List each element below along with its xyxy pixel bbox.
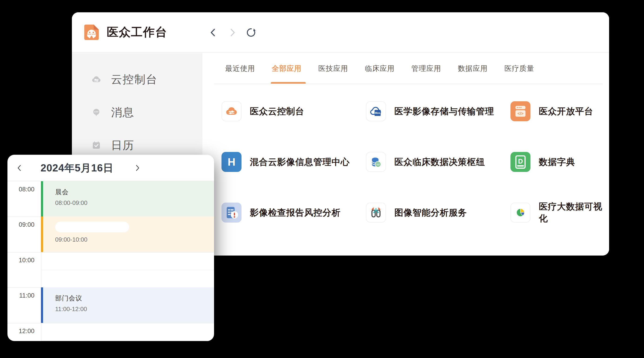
sidebar-item-cloud-console[interactable]: 云控制台 xyxy=(72,68,202,91)
calendar-icon xyxy=(90,140,102,151)
hour-gridline xyxy=(8,323,214,323)
sidebar-item-label: 云控制台 xyxy=(111,72,158,87)
app-logo-icon xyxy=(82,23,101,42)
event-morning-meeting[interactable]: 晨会 08:00-09:00 xyxy=(41,181,214,216)
tab-medical-quality[interactable]: 医疗质量 xyxy=(504,53,534,84)
svg-text:Mos: Mos xyxy=(375,112,380,114)
tab-management-apps[interactable]: 管理应用 xyxy=(411,53,441,84)
event-time: 09:00-10:00 xyxy=(55,236,214,243)
cloud-console-icon xyxy=(90,74,102,85)
database-plus-icon xyxy=(368,155,384,169)
tab-clinical-apps[interactable]: 临床应用 xyxy=(365,53,394,84)
app-tile xyxy=(366,202,386,222)
desktop-background: 医众工作台 xyxy=(0,0,644,358)
time-label: 12:00 xyxy=(8,328,34,335)
calendar-header: 2024年5月16日 xyxy=(8,155,214,181)
app-data-dictionary[interactable]: D 数据字典 xyxy=(510,152,609,172)
sidebar-item-label: 消息 xyxy=(111,105,134,120)
app-report-risk-analysis[interactable]: 影像检查报告风控分析 xyxy=(222,202,366,222)
half-hour-gridline xyxy=(42,270,214,270)
nav-refresh-button[interactable] xyxy=(246,27,256,38)
calendar-date-title: 2024年5月16日 xyxy=(34,155,120,181)
app-tile xyxy=(222,101,242,121)
nav-forward-button[interactable] xyxy=(226,27,238,38)
chevron-left-icon xyxy=(15,164,24,172)
calendar-panel: 2024年5月16日 08:00 09:00 10:00 11:00 12:00… xyxy=(8,155,214,341)
nav-controls xyxy=(208,12,256,52)
event-time: 08:00-09:00 xyxy=(55,199,214,206)
svg-text:D: D xyxy=(518,158,523,165)
app-title: 医众工作台 xyxy=(107,24,167,40)
chevron-right-icon xyxy=(133,164,142,172)
sidebar-item-label: 日历 xyxy=(111,138,134,153)
half-hour-gridline xyxy=(42,341,214,341)
dictionary-book-icon: D xyxy=(510,152,530,172)
hour-gridline xyxy=(8,252,214,253)
window-titlebar: 医众工作台 xyxy=(72,12,609,52)
chevron-left-icon xyxy=(208,27,219,38)
app-image-ai-analysis[interactable]: 图像智能分析服务 xyxy=(366,202,510,222)
lungs-icon xyxy=(368,205,384,220)
event-time: 11:00-12:00 xyxy=(55,306,214,313)
report-alert-icon xyxy=(222,202,242,222)
sidebar-item-calendar[interactable]: 日历 xyxy=(72,134,202,157)
time-label: 09:00 xyxy=(8,221,34,228)
redacted-event-title xyxy=(55,222,129,232)
app-cloud-console[interactable]: 医众云控制台 xyxy=(222,101,366,121)
calendar-day-view: 08:00 09:00 10:00 11:00 12:00 晨会 08:00-0… xyxy=(8,181,214,341)
hybrid-cloud-h-icon: H xyxy=(228,156,235,168)
tab-recently-used[interactable]: 最近使用 xyxy=(225,53,255,84)
app-tile: Mos xyxy=(366,101,386,121)
svg-text:</>: </> xyxy=(518,111,524,116)
event-title: 部门会议 xyxy=(55,294,214,303)
calendar-prev-button[interactable] xyxy=(12,155,26,181)
pie-chart-icon xyxy=(513,205,528,220)
app-grid: 医众云控制台 Mos 医学影像存储与传输管理 xyxy=(202,84,609,253)
app-tile xyxy=(366,152,386,172)
event-redacted[interactable]: 09:00-10:00 xyxy=(41,216,214,252)
app-hybrid-cloud-center[interactable]: H 混合云影像信息管理中心 xyxy=(222,152,366,172)
app-tile xyxy=(222,202,242,222)
message-icon xyxy=(90,107,102,118)
sidebar-item-messages[interactable]: 消息 xyxy=(72,101,202,124)
time-label: 10:00 xyxy=(8,257,34,264)
cloud-mos-icon: Mos xyxy=(368,104,384,119)
tab-data-apps[interactable]: 数据应用 xyxy=(458,53,488,84)
app-tile: D xyxy=(510,152,530,172)
tab-divider xyxy=(214,84,602,84)
event-title: 晨会 xyxy=(55,188,214,196)
content-area: 最近使用 全部应用 医技应用 临床应用 管理应用 数据应用 医疗质量 xyxy=(202,53,609,256)
app-image-storage-transfer[interactable]: Mos 医学影像存储与传输管理 xyxy=(366,101,510,121)
app-tile: </> xyxy=(510,101,530,121)
app-tile xyxy=(510,202,530,222)
tab-all-apps[interactable]: 全部应用 xyxy=(272,53,302,84)
app-big-data-visualization[interactable]: 医疗大数据可视化 xyxy=(510,202,609,222)
nav-back-button[interactable] xyxy=(208,27,219,38)
tab-medtech-apps[interactable]: 医技应用 xyxy=(318,53,348,84)
chevron-right-icon xyxy=(226,27,238,38)
app-clinical-data-hub[interactable]: 医众临床数据决策枢纽 xyxy=(366,152,510,172)
app-tile: H xyxy=(222,152,242,172)
time-label: 08:00 xyxy=(8,186,34,193)
calendar-next-button[interactable] xyxy=(130,155,144,181)
time-label: 11:00 xyxy=(8,292,34,299)
cloud-sliders-icon xyxy=(224,104,239,119)
event-department-meeting[interactable]: 部门会议 11:00-12:00 xyxy=(41,287,214,323)
code-window-icon: </> xyxy=(510,101,530,121)
tab-bar: 最近使用 全部应用 医技应用 临床应用 管理应用 数据应用 医疗质量 xyxy=(202,53,609,84)
refresh-icon xyxy=(246,27,256,38)
app-open-platform[interactable]: </> 医众开放平台 xyxy=(510,101,609,121)
